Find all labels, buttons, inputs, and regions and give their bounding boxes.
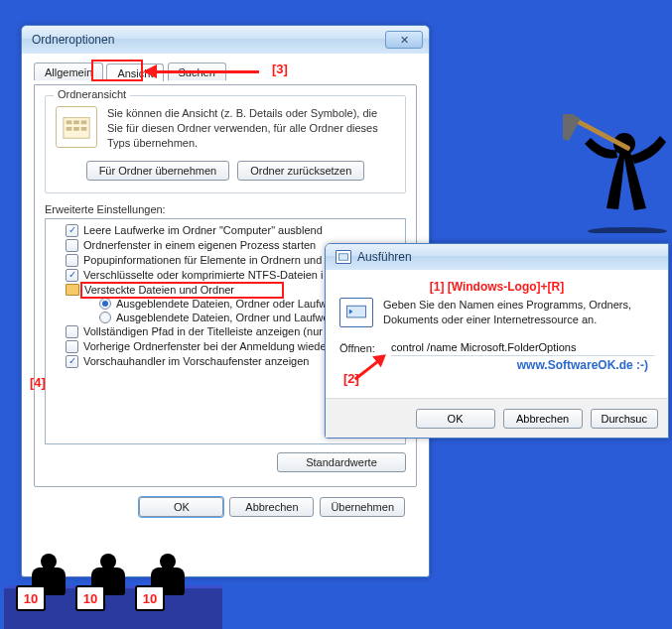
restore-defaults-button[interactable]: Standardwerte [277, 452, 406, 472]
close-button[interactable]: ✕ [385, 31, 423, 49]
tree-item-label: Ausgeblendete Dateien, Ordner und Laufwe [116, 312, 330, 323]
svg-rect-12 [339, 254, 348, 260]
tree-item[interactable]: Leere Laufwerke im Ordner "Computer" aus… [48, 223, 403, 238]
hammer-figure [563, 114, 672, 233]
folder-view-icon [56, 106, 97, 148]
run-cancel-button[interactable]: Abbrechen [503, 409, 583, 429]
close-icon: ✕ [400, 34, 409, 47]
ok-button[interactable]: OK [139, 497, 223, 517]
run-title: Ausführen [357, 250, 412, 264]
svg-point-0 [588, 227, 667, 233]
annotation-arrow-3 [145, 65, 264, 78]
run-program-icon [339, 298, 373, 327]
radio[interactable] [99, 298, 111, 310]
open-input[interactable] [391, 339, 654, 356]
titlebar[interactable]: Ordneroptionen ✕ [22, 26, 429, 54]
run-dialog: Ausführen [1] [Windows-Logo]+[R] Geben S… [325, 243, 669, 439]
svg-rect-10 [81, 127, 87, 131]
svg-rect-3 [563, 114, 581, 141]
checkbox[interactable] [66, 254, 78, 267]
tabstrip: Allgemein Ansicht Suchen [3] [34, 62, 417, 84]
checkbox[interactable] [66, 224, 78, 237]
score-card-2: 10 [75, 585, 105, 611]
run-description: Geben Sie den Namen eines Programms, Ord… [383, 298, 654, 327]
annotation-marker-1: [1] [Windows-Logo]+[R] [339, 280, 654, 294]
score-card-3: 10 [135, 585, 165, 611]
checkbox[interactable] [66, 325, 78, 338]
dialog-title: Ordneroptionen [32, 33, 385, 47]
annotation-2: [2] [343, 371, 403, 401]
checkbox[interactable] [66, 340, 78, 353]
apply-button[interactable]: Übernehmen [320, 497, 405, 517]
site-link[interactable]: www.SoftwareOK.de :-) [517, 358, 648, 372]
tree-item-label: Popupinformationen für Elemente in Ordne… [83, 254, 322, 266]
tree-item-label: Vorherige Ordnerfenster bei der Anmeldun… [83, 340, 327, 352]
annotation-marker-4: [4] [30, 375, 46, 390]
cancel-button[interactable]: Abbrechen [229, 497, 314, 517]
run-titlebar[interactable]: Ausführen [326, 244, 668, 270]
svg-rect-5 [67, 120, 72, 124]
run-browse-button[interactable]: Durchsuc [591, 409, 658, 429]
group-legend: Ordneransicht [54, 88, 130, 100]
judges-figure: 10 10 10 [4, 552, 232, 629]
tree-item-label: Versteckte Dateien und Ordner [84, 284, 234, 296]
annotation-marker-3: [3] [272, 62, 288, 76]
run-footer: OK Abbrechen Durchsuc [326, 398, 668, 438]
checkbox[interactable] [66, 355, 78, 368]
tree-item-label: Ordnerfenster in einem eigenen Prozess s… [83, 239, 316, 251]
tree-item-label: Leere Laufwerke im Ordner "Computer" aus… [83, 224, 323, 236]
svg-rect-8 [67, 127, 72, 131]
svg-rect-9 [73, 127, 79, 131]
group-description: Sie können die Ansicht (z. B. Details od… [107, 106, 395, 151]
checkbox[interactable] [66, 239, 78, 252]
score-card-1: 10 [16, 585, 46, 611]
advanced-label: Erweiterte Einstellungen: [45, 203, 406, 215]
svg-rect-7 [81, 120, 87, 124]
tab-general[interactable]: Allgemein [34, 63, 103, 80]
tree-item-label: Verschlüsselte oder komprimierte NTFS-Da… [83, 269, 323, 281]
checkbox[interactable] [66, 269, 78, 282]
folder-icon [66, 284, 79, 296]
run-ok-button[interactable]: OK [416, 409, 495, 429]
tree-item-label: Vollständigen Pfad in der Titelleiste an… [83, 325, 323, 337]
radio[interactable] [99, 312, 111, 323]
run-icon [336, 250, 351, 264]
reset-folders-button[interactable]: Ordner zurücksetzen [237, 161, 364, 181]
dialog-footer: OK Abbrechen Übernehmen [34, 487, 417, 517]
svg-rect-6 [73, 120, 79, 124]
folder-view-group: Ordneransicht Sie können die Ansicht (z.… [45, 95, 406, 193]
tree-item-label: Ausgeblendete Dateien, Ordner oder Laufw… [116, 298, 333, 310]
tree-item-label: Vorschauhandler im Vorschaufenster anzei… [83, 355, 309, 367]
apply-to-folders-button[interactable]: Für Ordner übernehmen [86, 161, 230, 181]
